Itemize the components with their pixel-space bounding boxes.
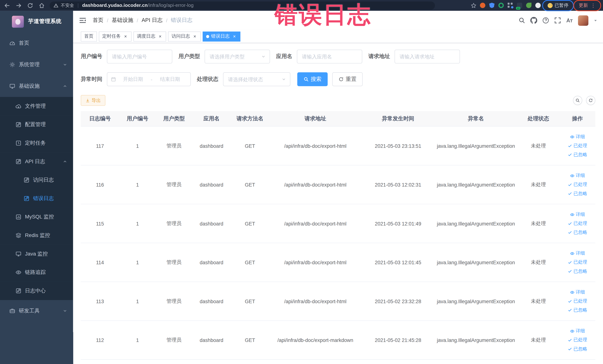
sidebar-item-label: 基础设施: [19, 83, 40, 90]
extension-orange-icon[interactable]: [480, 3, 485, 8]
sidebar-item-api-log[interactable]: API 日志: [0, 153, 73, 171]
action-ignored-link[interactable]: 已忽略: [568, 306, 587, 314]
hamburger-icon[interactable]: [79, 16, 86, 24]
action-detail-link[interactable]: 详细: [570, 172, 585, 179]
cell-log-id: 113: [81, 298, 119, 304]
sidebar-item-label: 定时任务: [25, 140, 46, 146]
cell-log-id: 112: [81, 337, 119, 343]
action-detail-link[interactable]: 详细: [570, 133, 585, 141]
action-processed-link[interactable]: 已处理: [568, 220, 587, 227]
browser-menu-icon[interactable]: ⋮: [591, 2, 596, 8]
tab-close-icon[interactable]: ×: [232, 34, 237, 39]
browser-address-bar[interactable]: 不安全 | dashboard.yudao.iocoder.cn/infra/l…: [50, 1, 435, 10]
extension-grid-icon[interactable]: [508, 3, 513, 8]
sidebar-item-config[interactable]: 配置管理: [0, 115, 73, 134]
action-ignored-link[interactable]: 已忽略: [568, 190, 587, 197]
help-icon[interactable]: [542, 17, 549, 24]
app-name-input[interactable]: [297, 50, 362, 64]
cell-actions: 详细已处理已忽略: [560, 289, 595, 314]
browser-update-chip[interactable]: 更新 ⋮: [575, 1, 599, 10]
extension-on-switch-icon[interactable]: on: [517, 3, 522, 8]
status-select[interactable]: [223, 72, 290, 86]
tab-job-log[interactable]: 调度日志×: [133, 31, 166, 41]
breadcrumb-infra[interactable]: 基础设施: [112, 17, 133, 24]
github-icon[interactable]: [530, 17, 537, 24]
cell-actions: 详细已处理已忽略: [560, 211, 595, 236]
user-id-input[interactable]: [107, 50, 172, 64]
export-button[interactable]: 导出: [81, 95, 105, 106]
check-icon: [568, 182, 572, 187]
reset-button[interactable]: 重置: [332, 72, 363, 86]
sidebar-item-mysql[interactable]: MySQL 监控: [0, 208, 73, 226]
action-detail-link[interactable]: 详细: [570, 328, 585, 335]
tab-close-icon[interactable]: ×: [158, 34, 163, 39]
sidebar-item-access-log[interactable]: 访问日志: [0, 171, 73, 189]
extension-shield-icon[interactable]: [489, 3, 495, 8]
extension-leaf-icon[interactable]: [526, 3, 532, 8]
sidebar-item-log-center[interactable]: 日志中心: [0, 282, 73, 300]
sidebar-item-infra[interactable]: 基础设施: [0, 75, 73, 97]
tab-access-log[interactable]: 访问日志×: [168, 31, 201, 41]
action-detail-link[interactable]: 详细: [570, 250, 585, 257]
chevron-down-icon[interactable]: [593, 18, 598, 23]
screen: 不安全 | dashboard.yudao.iocoder.cn/infra/l…: [0, 0, 603, 364]
user-type-select[interactable]: [205, 50, 270, 64]
extension-green-check-icon[interactable]: [499, 3, 504, 8]
tab-close-icon[interactable]: ×: [192, 34, 197, 39]
sidebar-item-file[interactable]: 文件管理: [0, 97, 73, 116]
paused-extension-chip[interactable]: 已暂停: [544, 1, 572, 10]
filter-user-type: 用户类型: [178, 50, 270, 64]
extension-pin-icon[interactable]: [535, 3, 541, 8]
action-processed-link[interactable]: 已处理: [568, 142, 587, 150]
action-processed-link[interactable]: 已处理: [568, 298, 587, 305]
sidebar-item-trace[interactable]: 链路追踪: [0, 263, 73, 282]
action-detail-link[interactable]: 详细: [570, 289, 585, 296]
cell-error-time: 2021-05-02 23:32:28: [361, 298, 434, 304]
search-button[interactable]: 搜索: [297, 72, 328, 86]
font-size-icon[interactable]: [566, 17, 573, 24]
tab-error-log[interactable]: 错误日志×: [203, 31, 240, 41]
sidebar-item-job[interactable]: 定时任务: [0, 134, 73, 153]
sidebar-item-error-log[interactable]: 错误日志: [0, 189, 73, 208]
refresh-table-button[interactable]: [586, 96, 595, 105]
action-ignored-link[interactable]: 已忽略: [568, 151, 587, 158]
toggle-search-button[interactable]: [573, 96, 582, 105]
cell-status: 未处理: [517, 142, 559, 149]
request-url-input[interactable]: [395, 50, 460, 64]
breadcrumb-api-log[interactable]: API 日志: [142, 17, 162, 24]
cell-actions: 详细已处理已忽略: [560, 172, 595, 197]
cell-actions: 详细已处理已忽略: [560, 250, 595, 275]
action-ignored-link[interactable]: 已忽略: [568, 268, 587, 275]
user-avatar[interactable]: [578, 15, 588, 26]
tab-home[interactable]: 首页: [81, 31, 97, 41]
sidebar-item-java[interactable]: Java 监控: [0, 245, 73, 263]
sidebar-item-dev-tools[interactable]: 研发工具: [0, 300, 73, 322]
bookmark-star-icon[interactable]: [471, 2, 476, 8]
action-processed-link[interactable]: 已处理: [568, 259, 587, 266]
sidebar-item-system[interactable]: 系统管理: [0, 54, 73, 75]
extension-on-label: on: [516, 7, 521, 10]
table-header-row: 日志编号用户编号用户类型应用名请求方法名请求地址异常发生时间异常名处理状态操作: [81, 111, 595, 127]
home-icon[interactable]: [38, 2, 45, 9]
action-ignored-link[interactable]: 已忽略: [568, 229, 587, 236]
action-label: 详细: [576, 172, 585, 179]
fullscreen-icon[interactable]: [554, 17, 561, 24]
action-processed-link[interactable]: 已处理: [568, 336, 587, 344]
tab-job[interactable]: 定时任务×: [99, 31, 131, 41]
action-detail-link[interactable]: 详细: [570, 211, 585, 218]
breadcrumb-home[interactable]: 首页: [93, 17, 104, 24]
back-icon[interactable]: [4, 2, 10, 9]
tab-close-icon[interactable]: ×: [123, 34, 128, 39]
sidebar-item-home[interactable]: 首页: [0, 32, 73, 54]
sidebar-item-label: Redis 监控: [25, 232, 50, 239]
search-icon[interactable]: [519, 17, 525, 24]
refresh-icon[interactable]: [27, 2, 33, 9]
action-label: 已忽略: [573, 306, 587, 314]
sidebar-item-redis[interactable]: Redis 监控: [0, 226, 73, 245]
cell-actions: 详细已处理已忽略: [560, 133, 595, 158]
date-range-picker[interactable]: 开始日期 - 结束日期: [107, 72, 191, 86]
forward-icon[interactable]: [15, 2, 22, 9]
action-processed-link[interactable]: 已处理: [568, 181, 587, 188]
app-logo-row[interactable]: 芋道管理系统: [0, 11, 73, 32]
action-ignored-link[interactable]: 已忽略: [568, 345, 587, 353]
